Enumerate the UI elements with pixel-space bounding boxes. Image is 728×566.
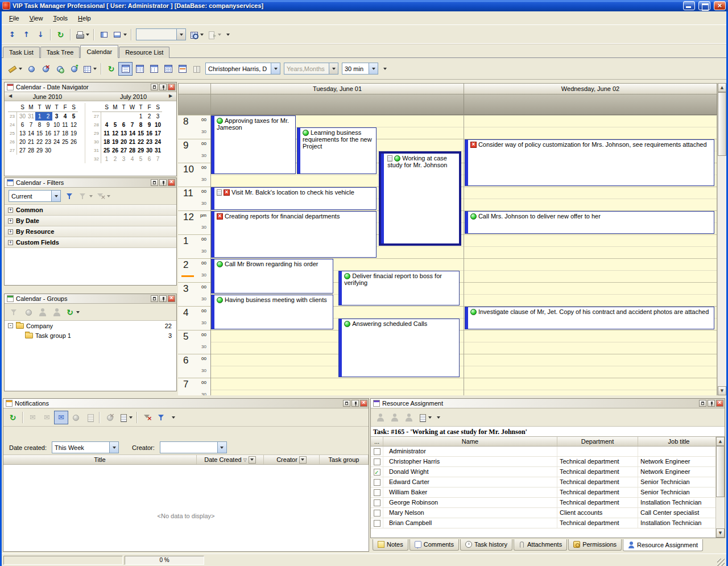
allday-tuesday-june-01[interactable] <box>211 94 464 115</box>
calendar-day[interactable]: 7 <box>27 121 35 129</box>
calendar-day[interactable]: 19 <box>69 129 78 138</box>
scroll-down-button[interactable] <box>718 386 726 395</box>
resource-col-job-title[interactable]: Job title <box>638 437 720 446</box>
calendar-day[interactable]: 26 <box>69 138 78 146</box>
tab-comments[interactable]: Comments <box>410 539 459 551</box>
previous-month-button[interactable]: ◀ <box>7 93 14 98</box>
toolbar-options[interactable] <box>169 411 177 424</box>
edit-task[interactable] <box>24 62 38 76</box>
expand-icon[interactable]: + <box>8 229 13 234</box>
delete-task[interactable] <box>38 62 52 76</box>
creator-filter[interactable] <box>160 441 227 453</box>
calendar-day[interactable]: 18 <box>61 129 69 138</box>
refresh-notifications[interactable] <box>6 411 20 424</box>
calendar-day[interactable]: 1 <box>102 155 111 163</box>
tab-resource-assignment[interactable]: Resource Assignment <box>623 539 703 551</box>
calendar-day[interactable]: 14 <box>128 129 136 138</box>
clear-filter[interactable] <box>140 411 154 424</box>
clear-filter[interactable] <box>94 189 112 203</box>
filter-groups[interactable] <box>7 305 21 319</box>
resize-grip[interactable] <box>717 559 725 566</box>
calendar-event[interactable]: Consider way of policy customization for… <box>465 139 715 186</box>
next-notification[interactable] <box>40 411 54 424</box>
panel-restore-button[interactable] <box>343 400 350 407</box>
time-slot[interactable] <box>464 342 717 354</box>
panel-restore-button[interactable] <box>699 400 706 407</box>
time-slot[interactable] <box>464 115 717 127</box>
calendar-event[interactable]: Call Mr Brown regarding his order <box>211 259 333 294</box>
panel-pin-button[interactable] <box>159 179 167 186</box>
panel-close-button[interactable] <box>360 400 367 407</box>
layout-vertical[interactable] <box>111 28 129 42</box>
calendar-day[interactable]: 16 <box>145 129 154 138</box>
panel-restore-button[interactable] <box>151 84 158 90</box>
panel-close-button[interactable] <box>168 295 175 302</box>
group-company[interactable]: -Company22 <box>5 321 176 330</box>
calendar-event[interactable]: Call Mrs. Johnson to deliver new offer t… <box>465 211 715 234</box>
resource-row[interactable]: William BakerTechnical departmentSenior … <box>371 487 725 498</box>
calendar-day[interactable]: 4 <box>102 121 111 129</box>
calendar-event[interactable]: Answering scheduled Calls <box>338 319 460 377</box>
resource-col-item[interactable]: ... <box>371 437 383 446</box>
scroll-thumb[interactable] <box>716 446 725 497</box>
layout-horizontal[interactable] <box>97 28 111 42</box>
expand-icon[interactable]: + <box>8 208 13 213</box>
apply-filter[interactable] <box>63 189 77 203</box>
calendar-day[interactable]: 28 <box>27 146 35 155</box>
notifications-col-title[interactable]: Title <box>3 455 197 464</box>
calendar-event[interactable]: Investigate clause of Mr, Jet. Copy of h… <box>465 307 715 329</box>
menu-file[interactable]: File <box>4 13 24 24</box>
resource-row[interactable]: Edward CarterTechnical departmentSenior … <box>371 477 725 487</box>
assign-resource[interactable] <box>35 305 49 319</box>
time-scale[interactable]: Years,Months <box>284 63 338 75</box>
dropdown-button[interactable] <box>109 442 118 453</box>
calendar-day[interactable]: 5 <box>69 112 78 121</box>
calendar-day[interactable]: 31 <box>27 112 35 121</box>
toolbar-options[interactable] <box>435 411 442 424</box>
next-month-button[interactable]: ▶ <box>167 93 174 98</box>
day-header-tuesday-june-01[interactable]: Tuesday, June 01 <box>211 83 464 94</box>
dropdown-button[interactable] <box>329 63 338 74</box>
calendar-day[interactable]: 16 <box>44 129 52 138</box>
time-interval[interactable]: 30 min <box>342 63 378 75</box>
resource-row[interactable]: Christopher HarrisTechnical departmentNe… <box>371 457 725 467</box>
panel-restore-button[interactable] <box>151 295 158 302</box>
time-slot[interactable] <box>464 366 717 378</box>
calendar-day[interactable]: 4 <box>61 112 69 121</box>
allday-wednesday-june-02[interactable] <box>464 94 717 115</box>
calendar-day[interactable]: 11 <box>61 121 69 129</box>
remove-assignment[interactable] <box>402 411 416 424</box>
calendar-day[interactable]: 29 <box>35 146 44 155</box>
resource-checkbox[interactable]: ✓ <box>374 469 380 476</box>
scroll-up-button[interactable] <box>718 83 726 92</box>
calendar-event[interactable]: Having business meeting with clients <box>211 295 333 329</box>
filter[interactable] <box>154 411 168 424</box>
calendar-day[interactable]: 29 <box>136 146 145 155</box>
resource-filter[interactable]: Christopher Harris, D <box>205 63 280 75</box>
day-header-wednesday-june-02[interactable]: Wednesday, June 02 <box>464 83 717 94</box>
work-week-view[interactable] <box>133 62 147 76</box>
time-slot[interactable] <box>464 330 717 342</box>
calendar-event[interactable]: Learning business requirements for the n… <box>297 127 377 174</box>
assign-resource[interactable] <box>373 411 387 424</box>
resource-checkbox[interactable] <box>374 448 380 455</box>
date-created-filter[interactable]: This Week <box>52 441 119 453</box>
close-button[interactable] <box>714 1 726 10</box>
calendar-day[interactable]: 3 <box>154 112 162 121</box>
calendar-day[interactable]: 1 <box>35 112 44 121</box>
time-slot[interactable] <box>464 271 717 283</box>
group-task-group-1[interactable]: Task group 13 <box>5 330 176 340</box>
tab-task-history[interactable]: Task history <box>460 539 512 551</box>
calendar-day[interactable]: 20 <box>119 138 128 146</box>
calendar-day[interactable]: 22 <box>35 138 44 146</box>
minimize-button[interactable] <box>683 1 695 10</box>
refresh-groups[interactable] <box>64 305 81 319</box>
resource-row[interactable]: Mary NelsonClient accountsCall Center sp… <box>371 508 725 518</box>
calendar-vertical-scrollbar[interactable] <box>717 83 726 395</box>
dropdown-button[interactable] <box>217 442 226 453</box>
calendar-day[interactable]: 20 <box>18 138 27 146</box>
refresh-calendar[interactable] <box>104 62 118 76</box>
time-slot[interactable] <box>211 378 464 390</box>
tab-calendar[interactable]: Calendar <box>80 45 118 58</box>
calendar-event[interactable]: Approving taxes for Mr. Jameson <box>211 115 296 174</box>
